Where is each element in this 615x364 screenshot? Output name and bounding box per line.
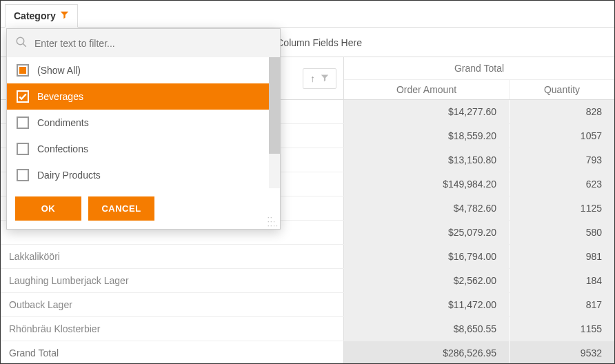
filter-item-label: (Show All) bbox=[37, 65, 81, 76]
row-amount: $18,559.20 bbox=[344, 124, 510, 148]
filter-icon bbox=[321, 73, 329, 84]
filter-search-input[interactable] bbox=[34, 38, 272, 49]
checkbox-indeterminate-icon bbox=[17, 64, 29, 77]
row-amount: $14,277.60 bbox=[344, 100, 510, 123]
row-name: Lakkalikööri bbox=[1, 245, 344, 268]
row-amount: $13,150.80 bbox=[344, 148, 510, 172]
row-qty: 828 bbox=[510, 100, 614, 123]
filter-icon bbox=[60, 10, 69, 21]
row-qty: 1125 bbox=[510, 196, 614, 220]
total-label: Grand Total bbox=[1, 341, 344, 364]
row-qty: 981 bbox=[510, 245, 614, 268]
row-amount: $149,984.20 bbox=[344, 172, 510, 196]
filter-item-label: Beverages bbox=[37, 91, 83, 102]
field-chip-category[interactable]: Category bbox=[5, 4, 78, 28]
filter-item[interactable]: Condiments bbox=[7, 110, 280, 136]
column-quantity[interactable]: Quantity bbox=[510, 80, 614, 99]
row-name: Laughing Lumberjack Lager bbox=[1, 269, 344, 292]
row-amount: $2,562.00 bbox=[344, 269, 510, 292]
scrollbar-thumb[interactable] bbox=[269, 57, 280, 154]
filter-item-label: Dairy Products bbox=[37, 170, 101, 181]
row-amount: $25,079.20 bbox=[344, 221, 510, 244]
search-icon bbox=[15, 36, 28, 50]
row-name: Rhönbräu Klosterbier bbox=[1, 317, 344, 341]
total-quantity: 9532 bbox=[510, 341, 614, 364]
row-amount: $8,650.55 bbox=[344, 317, 510, 341]
sort-asc-icon: ↑ bbox=[310, 73, 315, 84]
checkbox-unchecked-icon bbox=[17, 169, 29, 181]
row-qty: 817 bbox=[510, 293, 614, 316]
checkbox-unchecked-icon bbox=[17, 117, 29, 129]
filter-item[interactable]: (Show All) bbox=[7, 57, 280, 83]
filter-item[interactable]: Beverages bbox=[7, 83, 280, 110]
column-grand-total[interactable]: Grand Total bbox=[344, 57, 614, 80]
filter-item[interactable]: Dairy Products bbox=[7, 162, 280, 188]
total-amount: $286,526.95 bbox=[344, 341, 510, 364]
row-qty: 1057 bbox=[510, 124, 614, 148]
row-amount: $4,782.60 bbox=[344, 196, 510, 220]
ok-button[interactable]: OK bbox=[15, 196, 81, 221]
row-qty: 1155 bbox=[510, 317, 614, 341]
resize-grip-icon[interactable]: ········· bbox=[268, 215, 279, 228]
row-name: Outback Lager bbox=[1, 293, 344, 316]
svg-line-1 bbox=[23, 43, 26, 47]
row-qty: 580 bbox=[510, 221, 614, 244]
checkbox-checked-icon bbox=[17, 90, 29, 103]
filter-item-label: Condiments bbox=[37, 117, 89, 128]
chip-label: Category bbox=[14, 10, 56, 21]
filter-popup: (Show All)BeveragesCondimentsConfections… bbox=[6, 28, 281, 230]
sort-filter-box[interactable]: ↑ bbox=[303, 68, 336, 89]
column-order-amount[interactable]: Order Amount bbox=[344, 80, 510, 99]
cancel-button[interactable]: CANCEL bbox=[88, 196, 154, 221]
checkbox-unchecked-icon bbox=[17, 143, 29, 155]
filter-item-label: Confections bbox=[37, 143, 88, 154]
row-amount: $11,472.00 bbox=[344, 293, 510, 316]
row-amount: $16,794.00 bbox=[344, 245, 510, 268]
filter-item[interactable]: Confections bbox=[7, 136, 280, 162]
row-qty: 184 bbox=[510, 269, 614, 292]
svg-point-0 bbox=[17, 37, 24, 45]
row-qty: 793 bbox=[510, 148, 614, 172]
row-qty: 623 bbox=[510, 172, 614, 196]
